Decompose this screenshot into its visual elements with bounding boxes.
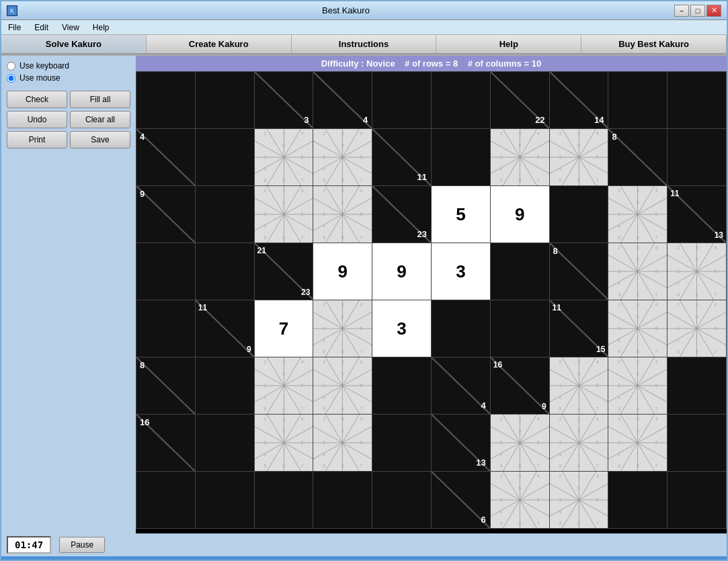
sidebar: Use keyboard Use mouse Check Fill all Un…	[1, 56, 136, 533]
cell-2-4: 23	[372, 186, 431, 243]
cell-5-7[interactable]: 234516x987	[550, 357, 608, 414]
nav-solve[interactable]: Solve Kakuro	[1, 35, 147, 54]
cell-2-2[interactable]: 234516x987	[255, 186, 313, 243]
cell-5-9	[668, 357, 726, 414]
kakuro-grid[interactable]: 3422144234516x987234516x98711234516x9872…	[136, 72, 726, 528]
window-title: Best Kakuro	[17, 5, 674, 15]
cell-5-0: 8	[136, 357, 195, 414]
cell-7-3	[313, 472, 372, 528]
rows-label: # of rows = 8	[405, 58, 458, 69]
cell-6-3[interactable]: 234516x987	[313, 415, 372, 471]
cell-3-4[interactable]: 9	[372, 243, 431, 300]
nav-instructions[interactable]: Instructions	[292, 35, 437, 54]
cell-7-1	[196, 472, 254, 528]
kakuro-grid-wrapper: 3422144234516x987234516x98711234516x9872…	[136, 71, 727, 529]
check-button[interactable]: Check	[7, 91, 67, 108]
cell-1-2[interactable]: 234516x987	[255, 129, 313, 185]
svg-line-170	[136, 357, 195, 414]
nav-buy[interactable]: Buy Best Kakuro	[581, 35, 727, 54]
radio-keyboard[interactable]: Use keyboard	[7, 61, 130, 71]
minimize-button[interactable]: −	[674, 5, 689, 17]
radio-keyboard-input[interactable]	[7, 62, 15, 71]
cell-6-7[interactable]: 234516x987	[550, 415, 608, 471]
cell-0-7: 14	[550, 72, 608, 128]
cell-3-5[interactable]: 3	[432, 243, 490, 300]
clear-all-button[interactable]: Clear all	[70, 111, 130, 128]
cell-5-6: 169	[491, 357, 549, 414]
difficulty-label: Difficulty : Novice	[321, 58, 395, 69]
cell-1-0: 4	[136, 129, 195, 185]
menu-file[interactable]: File	[4, 21, 25, 34]
cell-1-6[interactable]: 234516x987	[491, 129, 549, 185]
cell-2-8[interactable]: 234516x987	[608, 186, 667, 243]
cell-3-8[interactable]: 234516x987	[608, 243, 667, 300]
fill-all-button[interactable]: Fill all	[70, 91, 130, 108]
svg-line-59	[136, 186, 195, 243]
svg-line-58	[608, 129, 667, 185]
restore-button[interactable]: □	[690, 5, 705, 17]
cell-2-6[interactable]: 9	[491, 186, 549, 243]
cell-7-4	[372, 472, 431, 528]
control-buttons: Check Fill all Undo Clear all Print Save	[7, 91, 130, 148]
cell-1-4: 11	[372, 129, 431, 185]
radio-mouse[interactable]: Use mouse	[7, 73, 130, 83]
cell-4-1: 119	[196, 300, 254, 357]
cell-4-6	[491, 300, 549, 357]
cell-3-0	[136, 243, 195, 300]
cell-2-7	[550, 186, 608, 243]
status-bar: Difficulty : Novice # of rows = 8 # of c…	[136, 56, 727, 71]
cell-4-4[interactable]: 3	[372, 300, 431, 357]
nav-bar: Solve Kakuro Create Kakuro Instructions …	[1, 35, 727, 56]
cell-6-5: 13	[432, 415, 490, 471]
cell-6-6[interactable]: 234516x987	[491, 415, 549, 471]
cell-3-2: 2123	[255, 243, 313, 300]
close-button[interactable]: ✕	[706, 5, 721, 17]
cell-2-3[interactable]: 234516x987	[313, 186, 372, 243]
game-area: Difficulty : Novice # of rows = 8 # of c…	[136, 56, 727, 533]
cell-3-1	[196, 243, 254, 300]
print-button[interactable]: Print	[7, 131, 67, 148]
cell-4-2[interactable]: 7	[255, 300, 313, 357]
radio-keyboard-label: Use keyboard	[19, 61, 69, 71]
title-bar: K Best Kakuro − □ ✕	[1, 1, 727, 20]
cell-3-3[interactable]: 9	[313, 243, 372, 300]
cell-2-0: 9	[136, 186, 195, 243]
cell-6-2[interactable]: 234516x987	[255, 415, 313, 471]
cell-7-5: 6	[432, 472, 490, 528]
cell-4-3[interactable]: 234516x987	[313, 300, 372, 357]
cell-0-2: 3	[255, 72, 313, 128]
cell-7-9	[668, 472, 726, 528]
cell-0-5	[432, 72, 490, 128]
nav-help[interactable]: Help	[436, 35, 581, 54]
radio-mouse-input[interactable]	[7, 74, 15, 83]
cell-5-3[interactable]: 234516x987	[313, 357, 372, 414]
cell-3-9[interactable]: 234516x987	[668, 243, 726, 300]
bottom-bar: 01:47 Pause	[1, 533, 727, 556]
menu-edit[interactable]: Edit	[30, 21, 52, 34]
cell-1-8: 8	[608, 129, 667, 185]
cell-5-4	[372, 357, 431, 414]
cell-5-1	[196, 357, 254, 414]
menu-view[interactable]: View	[58, 21, 83, 34]
cell-4-9[interactable]: 234516x987	[668, 300, 726, 357]
cell-2-5[interactable]: 5	[432, 186, 490, 243]
cell-7-7[interactable]: 234516x987	[550, 472, 608, 528]
cell-5-5: 4	[432, 357, 490, 414]
cell-6-9	[668, 415, 726, 471]
save-button[interactable]: Save	[70, 131, 130, 148]
cell-6-8[interactable]: 234516x987	[608, 415, 667, 471]
nav-create[interactable]: Create Kakuro	[147, 35, 292, 54]
window-icon: K	[7, 5, 17, 16]
cell-4-8[interactable]: 234516x987	[608, 300, 667, 357]
cell-7-0	[136, 472, 195, 528]
cell-5-2[interactable]: 234516x987	[255, 357, 313, 414]
menu-help[interactable]: Help	[89, 21, 114, 34]
undo-button[interactable]: Undo	[7, 111, 67, 128]
cell-5-8[interactable]: 234516x987	[608, 357, 667, 414]
pause-button[interactable]: Pause	[59, 537, 105, 553]
cell-1-7[interactable]: 234516x987	[550, 129, 608, 185]
main-content: Use keyboard Use mouse Check Fill all Un…	[1, 56, 727, 533]
cell-1-3[interactable]: 234516x987	[313, 129, 372, 185]
cell-6-1	[196, 415, 254, 471]
cell-7-6[interactable]: 234516x987	[491, 472, 549, 528]
